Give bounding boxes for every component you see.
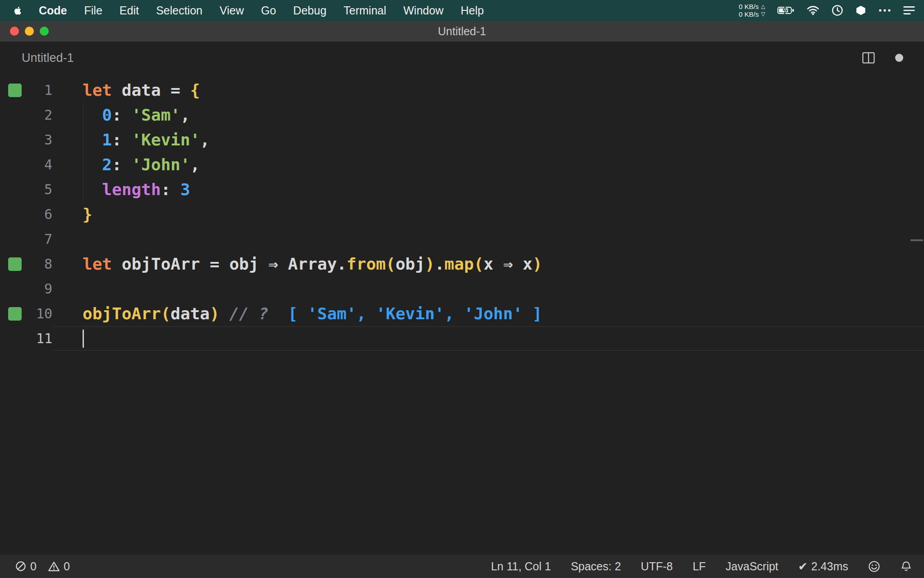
line-number[interactable]: 1 xyxy=(22,78,52,103)
eol-indicator[interactable]: LF xyxy=(693,560,706,573)
menu-file[interactable]: File xyxy=(84,4,102,17)
indent-guide xyxy=(83,103,83,202)
open-file-label[interactable]: Untitled-1 xyxy=(22,51,74,65)
status-bar: 0 0 Ln 11, Col 1Spaces: 2UTF-8LFJavaScri… xyxy=(0,555,924,578)
minimize-button[interactable] xyxy=(25,27,34,36)
line-number[interactable]: 5 xyxy=(22,177,52,202)
down-arrow-icon: ▽ xyxy=(761,10,765,18)
apple-menu[interactable] xyxy=(13,5,23,16)
text-cursor xyxy=(83,330,84,348)
code-text: 1: 'Kevin', xyxy=(52,127,924,152)
code-text: 0: 'Sam', xyxy=(52,103,924,127)
close-button[interactable] xyxy=(10,27,19,36)
line-number[interactable]: 10 xyxy=(22,301,52,326)
line-number[interactable]: 11 xyxy=(22,326,52,351)
code-line-9[interactable]: 9 xyxy=(0,276,924,301)
menu-view[interactable]: View xyxy=(220,4,244,17)
cube-icon[interactable] xyxy=(855,5,866,16)
line-number[interactable]: 8 xyxy=(22,252,52,276)
menu-terminal[interactable]: Terminal xyxy=(344,4,386,17)
code-line-10[interactable]: 10objToArr(data) // ? [ 'Sam', 'Kevin', … xyxy=(0,301,924,326)
smiley-icon xyxy=(868,560,880,573)
notifications-bell-button[interactable] xyxy=(900,560,912,573)
gutter xyxy=(0,152,22,177)
code-text: length: 3 xyxy=(52,177,924,202)
check-icon: ✔ xyxy=(798,560,808,573)
battery-charging-icon[interactable] xyxy=(777,6,795,15)
line-number[interactable]: 2 xyxy=(22,103,52,127)
bell-icon xyxy=(900,560,912,573)
language-mode-indicator[interactable]: JavaScript xyxy=(725,560,778,573)
code-line-5[interactable]: 5 length: 3 xyxy=(0,177,924,202)
editor: Untitled-1 1let data = {2 0: 'Sam',3 1: … xyxy=(0,42,924,555)
menu-go[interactable]: Go xyxy=(261,4,276,17)
line-number[interactable]: 3 xyxy=(22,127,52,152)
problems-indicator[interactable]: 0 0 xyxy=(15,560,70,573)
indentation-indicator[interactable]: Spaces: 2 xyxy=(571,560,621,573)
code-text: objToArr(data) // ? [ 'Sam', 'Kevin', 'J… xyxy=(52,301,924,326)
split-editor-icon xyxy=(862,51,875,65)
code-text xyxy=(52,276,924,301)
up-arrow-icon: △ xyxy=(761,3,765,10)
menu-app-code[interactable]: Code xyxy=(39,4,67,17)
line-col-indicator[interactable]: Ln 11, Col 1 xyxy=(491,560,551,573)
network-speed-indicator[interactable]: 0 KB/s△ 0 KB/s▽ xyxy=(739,3,765,18)
menu-selection[interactable]: Selection xyxy=(156,4,203,17)
code-text: let data = { xyxy=(52,78,924,103)
gutter xyxy=(0,127,22,152)
gutter xyxy=(0,301,22,326)
scrollbar-marker[interactable] xyxy=(910,239,923,241)
code-line-11[interactable]: 11 xyxy=(0,326,924,351)
code-text: } xyxy=(52,202,924,227)
code-text: 2: 'John', xyxy=(52,152,924,177)
gutter xyxy=(0,202,22,227)
split-editor-button[interactable] xyxy=(862,51,875,65)
menu-debug[interactable]: Debug xyxy=(293,4,327,17)
warning-icon xyxy=(48,561,60,572)
feedback-smiley-button[interactable] xyxy=(868,560,880,573)
code-line-8[interactable]: 8let objToArr = obj ⇒ Array.from(obj).ma… xyxy=(0,252,924,276)
quokka-time-label: 2.43ms xyxy=(811,560,848,573)
wifi-icon[interactable] xyxy=(807,5,819,15)
encoding-indicator[interactable]: UTF-8 xyxy=(641,560,673,573)
window-title-bar: Untitled-1 xyxy=(0,21,924,42)
line-number[interactable]: 4 xyxy=(22,152,52,177)
gutter xyxy=(0,103,22,127)
clock-icon[interactable] xyxy=(832,5,843,16)
code-editor[interactable]: 1let data = {2 0: 'Sam',3 1: 'Kevin',4 2… xyxy=(0,74,924,351)
apple-icon xyxy=(13,5,23,16)
menu-window[interactable]: Window xyxy=(403,4,444,17)
gutter xyxy=(0,252,22,276)
gutter xyxy=(0,227,22,252)
code-line-1[interactable]: 1let data = { xyxy=(0,78,924,103)
ellipsis-icon[interactable] xyxy=(878,9,891,12)
line-number[interactable]: 6 xyxy=(22,202,52,227)
code-line-3[interactable]: 3 1: 'Kevin', xyxy=(0,127,924,152)
screen: Code FileEditSelectionViewGoDebugTermina… xyxy=(0,0,924,578)
quokka-coverage-marker xyxy=(8,307,22,321)
editor-header: Untitled-1 xyxy=(0,42,924,74)
quokka-run-time[interactable]: ✔ 2.43ms xyxy=(798,560,848,573)
unsaved-changes-indicator xyxy=(895,54,903,62)
code-line-6[interactable]: 6} xyxy=(0,202,924,227)
code-line-7[interactable]: 7 xyxy=(0,227,924,252)
line-number[interactable]: 9 xyxy=(22,276,52,301)
menu-bar-status-icons: 0 KB/s△ 0 KB/s▽ xyxy=(739,3,915,18)
warning-count: 0 xyxy=(64,560,70,573)
error-icon xyxy=(15,561,26,572)
gutter xyxy=(0,177,22,202)
quokka-coverage-marker xyxy=(8,257,22,271)
code-line-2[interactable]: 2 0: 'Sam', xyxy=(0,103,924,127)
editor-actions xyxy=(862,51,903,65)
line-number[interactable]: 7 xyxy=(22,227,52,252)
code-text: let objToArr = obj ⇒ Array.from(obj).map… xyxy=(52,252,924,276)
network-up-label: 0 KB/s xyxy=(739,3,759,10)
list-icon[interactable] xyxy=(903,6,915,15)
code-text xyxy=(52,227,924,252)
fullscreen-button[interactable] xyxy=(40,27,49,36)
menu-edit[interactable]: Edit xyxy=(120,4,139,17)
menu-bar: Code FileEditSelectionViewGoDebugTermina… xyxy=(0,0,924,21)
code-line-4[interactable]: 4 2: 'John', xyxy=(0,152,924,177)
menu-help[interactable]: Help xyxy=(461,4,484,17)
traffic-lights xyxy=(10,21,49,42)
